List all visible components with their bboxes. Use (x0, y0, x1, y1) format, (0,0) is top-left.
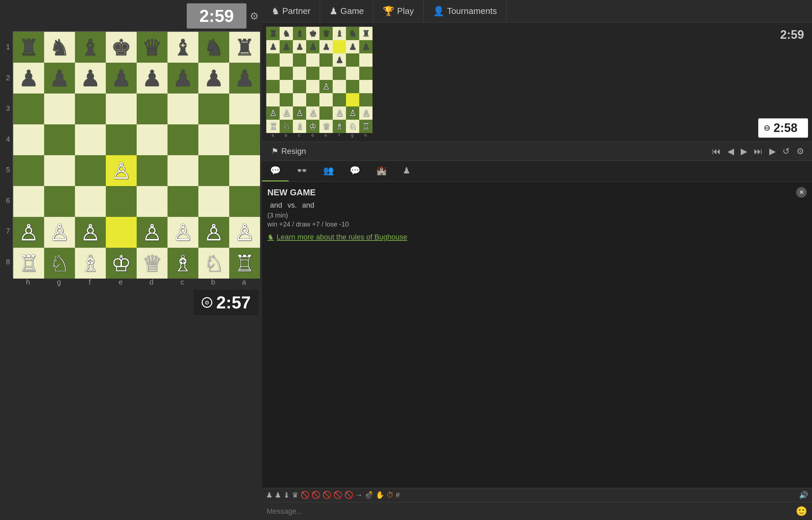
mini-board-cell[interactable]: ♛ (319, 27, 333, 40)
mini-board-cell[interactable]: ♜ (359, 27, 372, 40)
settings-button[interactable]: ⚙ (794, 145, 807, 158)
mini-board-cell[interactable] (319, 67, 333, 80)
tab-players[interactable]: 👥 (315, 161, 342, 181)
mini-board-cell[interactable]: ♙ (319, 80, 333, 93)
mini-board-cell[interactable] (306, 67, 319, 80)
gear-icon[interactable]: ⚙ (250, 10, 259, 22)
mini-board-cell[interactable]: ♙ (359, 106, 372, 120)
board-cell[interactable]: ♛ (137, 32, 167, 63)
board-cell[interactable]: ♟ (137, 63, 167, 94)
mini-board-cell[interactable] (280, 93, 293, 106)
board-cell[interactable] (75, 124, 106, 155)
board-cell[interactable]: ♟ (44, 63, 75, 94)
board-cell[interactable] (75, 155, 106, 186)
mini-board-cell[interactable] (280, 80, 293, 93)
mini-board-cell[interactable]: ♟ (293, 40, 306, 53)
emoji-queen[interactable]: ♛ (292, 491, 298, 499)
mini-board-cell[interactable]: ♙ (293, 106, 306, 120)
board-cell[interactable]: ♟ (13, 63, 44, 94)
mini-board-cell[interactable] (359, 53, 372, 67)
board-cell[interactable] (198, 186, 229, 217)
board-cell[interactable]: ♝ (167, 32, 198, 63)
mini-board-cell[interactable]: ♝ (333, 27, 346, 40)
mini-board-cell[interactable]: ♙ (280, 106, 293, 120)
board-cell[interactable] (13, 155, 44, 186)
board-cell[interactable]: ♙ (13, 217, 44, 248)
nav-play[interactable]: 🏆 Play (373, 0, 424, 22)
board-cell[interactable]: ♖ (13, 248, 44, 279)
emoji-bomb[interactable]: 💣 (365, 491, 373, 499)
mini-board-cell[interactable]: ♙ (333, 106, 346, 120)
mini-board-cell[interactable] (333, 93, 346, 106)
board-cell[interactable] (167, 124, 198, 155)
board-cell[interactable]: ♙ (106, 155, 137, 186)
board-cell[interactable] (137, 94, 167, 124)
mini-board-cell[interactable]: ♔ (306, 120, 319, 133)
tab-chat[interactable]: 💬 (262, 161, 289, 181)
message-input[interactable] (267, 507, 792, 516)
flip-button[interactable]: ↺ (780, 145, 792, 158)
first-move-button[interactable]: ⏮ (709, 145, 724, 158)
board-cell[interactable] (44, 186, 75, 217)
board-cell[interactable] (229, 155, 260, 186)
board-cell[interactable]: ♙ (229, 217, 260, 248)
mini-board-cell[interactable]: ♟ (333, 53, 346, 67)
board-cell[interactable] (137, 186, 167, 217)
mini-board-cell[interactable] (293, 93, 306, 106)
mini-board-cell[interactable] (333, 67, 346, 80)
mini-board-cell[interactable]: ♟ (359, 40, 372, 53)
mini-board-cell[interactable]: ♟ (266, 40, 280, 53)
mini-board-cell[interactable] (280, 67, 293, 80)
tab-spectate[interactable]: 👓 (289, 161, 315, 181)
prev-move-button[interactable]: ◀ (725, 145, 737, 158)
close-button[interactable]: ✕ (796, 187, 807, 198)
mini-board-cell[interactable] (333, 80, 346, 93)
emoji-pawn1[interactable]: ♟ (266, 491, 273, 499)
board-cell[interactable] (198, 94, 229, 124)
mini-board-cell[interactable]: ♜ (266, 27, 280, 40)
board-cell[interactable] (106, 124, 137, 155)
mini-board-cell[interactable] (333, 40, 346, 53)
mini-board-cell[interactable]: ♖ (266, 120, 280, 133)
mini-board-cell[interactable] (346, 53, 359, 67)
mini-board-cell[interactable] (293, 80, 306, 93)
mini-board-cell[interactable]: ♙ (306, 106, 319, 120)
board-cell[interactable] (106, 94, 137, 124)
mini-board-cell[interactable] (280, 53, 293, 67)
tab-moves[interactable]: ♟ (395, 161, 418, 181)
play-button[interactable]: ▶ (766, 145, 779, 158)
mini-board-cell[interactable] (319, 93, 333, 106)
mini-board-cell[interactable] (359, 93, 372, 106)
mini-board-cell[interactable] (266, 53, 280, 67)
mini-board-cell[interactable]: ♖ (359, 120, 372, 133)
learn-more-link[interactable]: ♞ Learn more about the rules of Bughouse (267, 233, 807, 241)
board-cell[interactable] (137, 155, 167, 186)
mini-board-cell[interactable] (266, 93, 280, 106)
emoji-bishop[interactable]: ♝ (283, 491, 290, 499)
board-cell[interactable]: ♟ (229, 63, 260, 94)
next-move-button[interactable]: ▶ (738, 145, 750, 158)
board-cell[interactable] (44, 94, 75, 124)
board-cell[interactable] (75, 186, 106, 217)
mini-board-cell[interactable] (319, 106, 333, 120)
mini-board-cell[interactable] (346, 80, 359, 93)
mini-board-cell[interactable] (266, 80, 280, 93)
mini-chess-board[interactable]: ♜♞♝♚♛♝♞♜♟♟♟♟♟♟♟♟♙♙♙♙♙♙♙♙♖♘♗♔♕♗♘♖ (266, 27, 372, 133)
board-cell[interactable] (44, 155, 75, 186)
mini-board-cell[interactable] (359, 67, 372, 80)
board-cell[interactable] (198, 155, 229, 186)
emoji-no4[interactable]: 🚫 (333, 491, 342, 499)
mini-board-cell[interactable]: ♟ (319, 40, 333, 53)
board-cell[interactable] (13, 124, 44, 155)
emoji-hash[interactable]: # (396, 491, 400, 499)
tab-analysis[interactable]: 🏰 (368, 161, 395, 181)
mini-board-cell[interactable] (346, 67, 359, 80)
board-cell[interactable] (44, 124, 75, 155)
board-cell[interactable]: ♟ (75, 63, 106, 94)
emoji-hand[interactable]: ✋ (375, 491, 385, 499)
volume-icon[interactable]: 🔊 (799, 491, 808, 499)
board-cell[interactable]: ♗ (75, 248, 106, 279)
board-cell[interactable]: ♜ (229, 32, 260, 63)
board-cell[interactable] (167, 186, 198, 217)
mini-board-cell[interactable]: ♘ (280, 120, 293, 133)
